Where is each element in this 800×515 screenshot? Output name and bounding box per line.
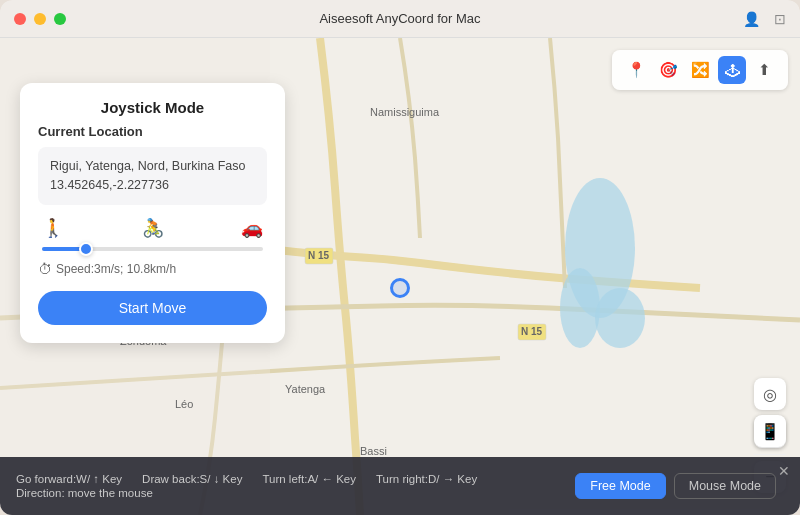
slider-thumb[interactable]: [79, 242, 93, 256]
hint-direction: Direction: move the mouse: [16, 487, 153, 499]
hint-back: Draw back:S/ ↓ Key: [142, 473, 242, 485]
bottom-actions: Free Mode Mouse Mode: [575, 473, 776, 499]
joystick-panel: Joystick Mode Current Location Rigui, Ya…: [20, 83, 285, 343]
start-move-button[interactable]: Start Move: [38, 291, 267, 325]
hint-right: Turn right:D/ → Key: [376, 473, 477, 485]
walk-icon[interactable]: 🚶: [42, 217, 64, 239]
car-icon[interactable]: 🚗: [241, 217, 263, 239]
svg-point-3: [595, 288, 645, 348]
joystick-button[interactable]: 🕹: [718, 56, 746, 84]
mouse-mode-button[interactable]: Mouse Mode: [674, 473, 776, 499]
export-button[interactable]: ⬆: [750, 56, 778, 84]
route-button[interactable]: 🔀: [686, 56, 714, 84]
slider-track[interactable]: [42, 247, 263, 251]
keyboard-hints: Go forward:W/ ↑ Key Draw back:S/ ↓ Key T…: [16, 473, 575, 499]
hint-forward: Go forward:W/ ↑ Key: [16, 473, 122, 485]
window-icon[interactable]: ⊡: [774, 11, 786, 27]
svg-point-2: [560, 268, 600, 348]
speed-value: Speed:3m/s; 10.8km/h: [56, 262, 176, 276]
bike-icon[interactable]: 🚴: [142, 217, 164, 239]
map-label: Bassi: [360, 445, 387, 457]
map-label: Yatenga: [285, 383, 325, 395]
bottom-bar: Go forward:W/ ↑ Key Draw back:S/ ↓ Key T…: [0, 457, 800, 515]
location-dot-inner: [390, 278, 410, 298]
hint-left: Turn left:A/ ← Key: [262, 473, 356, 485]
user-icon[interactable]: 👤: [743, 11, 760, 27]
road-label-n15-1: N 15: [308, 250, 329, 261]
speed-icon: ⏱: [38, 261, 52, 277]
free-mode-button[interactable]: Free Mode: [575, 473, 665, 499]
transport-row: 🚶 🚴 🚗: [38, 217, 267, 239]
location-target-button[interactable]: ◎: [754, 378, 786, 410]
map-label: Namissiguima: [370, 106, 439, 118]
device-icon[interactable]: 📱: [754, 415, 786, 447]
minimize-button[interactable]: [34, 13, 46, 25]
zoom-divider: [754, 454, 786, 455]
location-box: Rigui, Yatenga, Nord, Burkina Faso 13.45…: [38, 147, 267, 205]
bottom-close-button[interactable]: ✕: [778, 463, 790, 479]
traffic-lights: [14, 13, 66, 25]
location-dot: [390, 278, 410, 298]
map-toolbar: 📍 🎯 🔀 🕹 ⬆: [612, 50, 788, 90]
title-bar: Aiseesoft AnyCoord for Mac 👤 ⊡: [0, 0, 800, 38]
speed-slider-container[interactable]: [38, 247, 267, 251]
location-pin-button[interactable]: 📍: [622, 56, 650, 84]
target-button[interactable]: 🎯: [654, 56, 682, 84]
speed-label: ⏱ Speed:3m/s; 10.8km/h: [38, 261, 267, 277]
location-line1: Rigui, Yatenga, Nord, Burkina Faso: [50, 159, 245, 173]
maximize-button[interactable]: [54, 13, 66, 25]
map-label: Léo: [175, 398, 193, 410]
road-label-n15-2: N 15: [521, 326, 542, 337]
close-button[interactable]: [14, 13, 26, 25]
panel-title: Joystick Mode: [38, 99, 267, 116]
panel-subtitle: Current Location: [38, 124, 267, 139]
device-button[interactable]: 📱: [754, 415, 786, 447]
app-title: Aiseesoft AnyCoord for Mac: [319, 11, 480, 26]
location-line2: 13.452645,-2.227736: [50, 178, 169, 192]
title-bar-actions: 👤 ⊡: [743, 11, 786, 27]
main-content: NamissiguimaZogoreZondomaYatengaLéoBassi…: [0, 38, 800, 515]
